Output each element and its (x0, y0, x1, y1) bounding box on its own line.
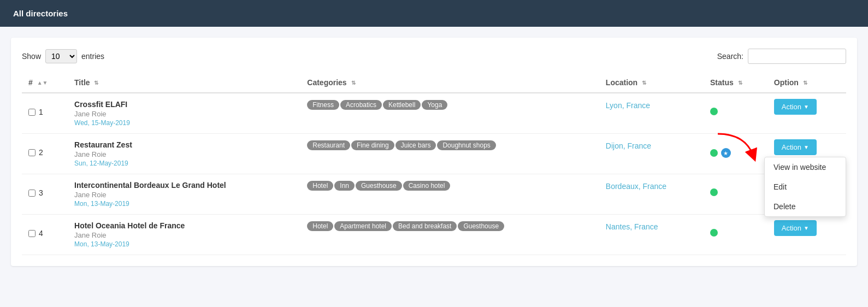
listing-title: Crossfit ELAFI (74, 100, 294, 109)
listing-author: Jane Roie (74, 110, 294, 118)
row-title-cell: Restaurant Zest Jane Roie Sun, 12-May-20… (68, 134, 300, 174)
location-value: Bordeaux, France (606, 182, 666, 191)
action-button[interactable]: Action ▼ (774, 220, 817, 236)
location-value: Nantes, France (606, 222, 658, 231)
row-status-cell (704, 93, 767, 134)
row-status-cell (704, 174, 767, 215)
row-categories-cell: RestaurantFine diningJuice barsDoughnut … (300, 134, 599, 174)
main-content: Show 10 25 50 100 entries Search: # ▲▼ T… (11, 38, 857, 266)
listing-date: Sun, 12-May-2019 (74, 160, 294, 167)
category-tag: Fitness (307, 100, 339, 110)
row-num-cell: 4 (22, 215, 68, 255)
row-location-cell: Dijon, France (599, 134, 704, 174)
caret-icon: ▼ (804, 225, 809, 231)
status-dot-active (710, 188, 718, 196)
sort-icons-location[interactable]: ⇅ (642, 80, 646, 86)
dropdown-menu: View in website Edit Delete (764, 157, 846, 217)
sort-icons-option[interactable]: ⇅ (803, 80, 807, 86)
row-checkbox[interactable] (28, 190, 36, 197)
action-button[interactable]: Action ▼ (774, 99, 817, 115)
row-num-cell: 1 (22, 93, 68, 134)
row-num-cell: 3 (22, 174, 68, 215)
row-location-cell: Lyon, France (599, 93, 704, 134)
search-input[interactable] (748, 49, 846, 64)
status-dot-active (710, 149, 718, 157)
delete-item[interactable]: Delete (765, 197, 846, 216)
col-status: Status ⇅ (704, 73, 767, 93)
entries-label: entries (81, 52, 104, 61)
caret-icon: ▼ (804, 144, 809, 150)
listing-author: Jane Roie (74, 150, 294, 158)
listing-date: Mon, 13-May-2019 (74, 240, 294, 248)
category-tag: Apartment hotel (334, 221, 392, 231)
category-tag: Guesthouse (356, 181, 402, 191)
category-tag: Guesthouse (458, 221, 504, 231)
listing-author: Jane Roie (74, 191, 294, 199)
category-tag: Yoga (422, 100, 447, 110)
category-tag: Hotel (307, 181, 333, 191)
status-dot-active (710, 229, 718, 237)
row-checkbox[interactable] (28, 149, 36, 156)
status-dot-active (710, 108, 718, 115)
category-tag: Inn (334, 181, 355, 191)
row-option-cell: Action ▼ (767, 93, 846, 134)
row-title-cell: Crossfit ELAFI Jane Roie Wed, 15-May-201… (68, 93, 300, 134)
show-entries-control: Show 10 25 50 100 entries (22, 49, 104, 63)
row-categories-cell: HotelApartment hotelBed and breakfastGue… (300, 215, 599, 255)
row-number: 1 (39, 108, 43, 116)
search-box: Search: (717, 49, 846, 64)
category-tag: Kettlebell (383, 100, 421, 110)
table-header-row: # ▲▼ Title ⇅ Categories ⇅ Location ⇅ Sta… (22, 73, 846, 93)
category-tag: Bed and breakfast (393, 221, 457, 231)
row-location-cell: Bordeaux, France (599, 174, 704, 215)
listing-date: Mon, 13-May-2019 (74, 200, 294, 208)
sort-icons-num[interactable]: ▲▼ (37, 80, 48, 86)
col-num: # ▲▼ (22, 73, 68, 93)
sort-icons-status[interactable]: ⇅ (738, 80, 742, 86)
category-tag: Acrobatics (340, 100, 382, 110)
location-value: Lyon, France (606, 101, 650, 110)
featured-star-icon: ★ (721, 148, 731, 158)
entries-select[interactable]: 10 25 50 100 (45, 49, 77, 63)
row-num-cell: 2 (22, 134, 68, 174)
listing-title: Hotel Oceania Hotel de France (74, 221, 294, 230)
category-tag: Juice bars (395, 140, 436, 150)
row-location-cell: Nantes, France (599, 215, 704, 255)
row-number: 2 (39, 148, 43, 157)
table-row: 1 Crossfit ELAFI Jane Roie Wed, 15-May-2… (22, 93, 846, 134)
location-value: Dijon, France (606, 141, 651, 150)
action-button[interactable]: Action ▼ (774, 139, 817, 155)
edit-item[interactable]: Edit (765, 177, 846, 197)
category-tag: Doughnut shops (437, 140, 495, 150)
row-status-cell: ★ (704, 134, 767, 174)
listing-author: Jane Roie (74, 231, 294, 239)
listing-title: Intercontinental Bordeaux Le Grand Hotel (74, 181, 294, 190)
row-option-cell: Action ▼ (767, 215, 846, 255)
row-checkbox[interactable] (28, 230, 36, 237)
directories-table: # ▲▼ Title ⇅ Categories ⇅ Location ⇅ Sta… (22, 73, 846, 255)
listing-date: Wed, 15-May-2019 (74, 119, 294, 127)
category-tag: Casino hotel (403, 181, 451, 191)
listing-title: Restaurant Zest (74, 140, 294, 149)
row-option-cell: Action ▼ View in website Edit Delete (767, 134, 846, 174)
show-label: Show (22, 52, 41, 61)
category-tag: Hotel (307, 221, 333, 231)
sort-icons-categories[interactable]: ⇅ (351, 80, 356, 86)
col-title: Title ⇅ (68, 73, 300, 93)
table-row: 4 Hotel Oceania Hotel de France Jane Roi… (22, 215, 846, 255)
row-title-cell: Intercontinental Bordeaux Le Grand Hotel… (68, 174, 300, 215)
category-tag: Fine dining (351, 140, 394, 150)
row-categories-cell: FitnessAcrobaticsKettlebellYoga (300, 93, 599, 134)
col-location: Location ⇅ (599, 73, 704, 93)
table-controls: Show 10 25 50 100 entries Search: (22, 49, 846, 64)
sort-icons-title[interactable]: ⇅ (94, 80, 98, 86)
row-categories-cell: HotelInnGuesthouseCasino hotel (300, 174, 599, 215)
row-title-cell: Hotel Oceania Hotel de France Jane Roie … (68, 215, 300, 255)
search-label: Search: (717, 52, 743, 61)
row-checkbox[interactable] (28, 109, 36, 116)
view-in-website-item[interactable]: View in website (765, 157, 846, 177)
row-number: 4 (39, 229, 43, 238)
row-status-cell (704, 215, 767, 255)
row-number: 3 (39, 188, 43, 197)
category-tag: Restaurant (307, 140, 350, 150)
